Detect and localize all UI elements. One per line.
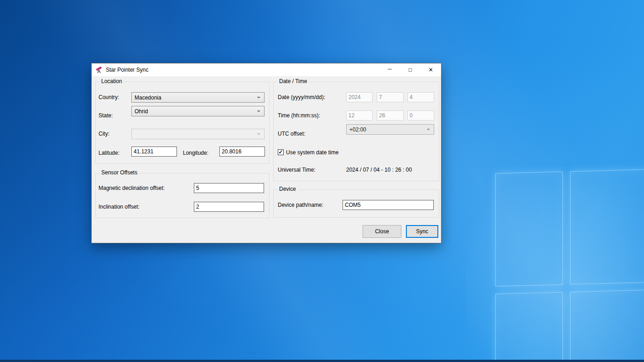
time-second-input[interactable] xyxy=(407,110,434,121)
longitude-label: Longitude: xyxy=(183,150,208,156)
time-minute-input[interactable] xyxy=(377,110,404,121)
close-dialog-button[interactable]: Close xyxy=(363,225,401,238)
date-day-input[interactable] xyxy=(407,92,434,102)
chevron-down-icon: ⌄ xyxy=(256,129,261,136)
state-label: State: xyxy=(99,112,113,119)
utc-offset-dropdown[interactable]: +02:00 ⌄ xyxy=(346,124,434,135)
country-dropdown-value: Macedonia xyxy=(135,94,254,101)
title-bar[interactable]: Star Pointer Sync ─ □ ✕ xyxy=(92,63,441,76)
device-path-input[interactable] xyxy=(343,200,434,210)
maximize-button[interactable]: □ xyxy=(400,63,421,76)
use-system-datetime-checkbox[interactable]: ✓ xyxy=(278,149,284,155)
magnetic-declination-label: Magnetic declination offset: xyxy=(99,185,165,191)
chevron-down-icon: ⌄ xyxy=(256,93,261,99)
country-dropdown[interactable]: Macedonia ⌄ xyxy=(131,92,265,103)
latitude-label: Latitude: xyxy=(99,150,119,156)
maximize-icon: □ xyxy=(409,67,412,73)
checkmark-icon: ✓ xyxy=(278,149,283,155)
device-group-legend: Device xyxy=(277,186,298,192)
windows-logo-pane xyxy=(495,172,563,287)
minimize-icon: ─ xyxy=(388,66,392,72)
close-button[interactable]: ✕ xyxy=(421,63,441,76)
utc-offset-label: UTC offset: xyxy=(278,131,305,137)
windows-logo xyxy=(495,166,644,362)
city-label: City: xyxy=(99,131,109,137)
windows-logo-pane xyxy=(495,292,563,362)
sensor-offsets-group-legend: Sensor Offsets xyxy=(99,169,139,176)
longitude-input[interactable] xyxy=(219,147,265,157)
city-dropdown[interactable]: ⌄ xyxy=(131,129,265,139)
close-icon: ✕ xyxy=(428,67,433,73)
chevron-down-icon: ⌄ xyxy=(426,125,431,131)
star-pointer-sync-window: Star Pointer Sync ─ □ ✕ Location Country… xyxy=(91,63,441,243)
sync-button[interactable]: Sync xyxy=(406,225,438,238)
state-dropdown-value: Ohrid xyxy=(135,108,254,115)
latitude-input[interactable] xyxy=(131,147,177,157)
date-label: Date (yyyy/mm/dd): xyxy=(278,94,325,100)
time-label: Time (hh:mm:ss): xyxy=(278,112,320,119)
date-month-input[interactable] xyxy=(377,92,404,102)
telescope-icon xyxy=(95,66,103,73)
device-path-label: Device path/name: xyxy=(278,202,323,208)
screen-bottom-edge xyxy=(0,360,644,362)
universal-time-value: 2024 / 07 / 04 - 10 : 26 : 00 xyxy=(346,167,412,173)
chevron-down-icon: ⌄ xyxy=(256,106,261,113)
inclination-offset-label: Inclination offset: xyxy=(99,204,140,210)
windows-logo-pane xyxy=(570,168,644,284)
inclination-offset-input[interactable] xyxy=(194,202,264,212)
window-title: Star Pointer Sync xyxy=(106,67,148,73)
universal-time-label: Universal Time: xyxy=(278,167,316,173)
date-year-input[interactable] xyxy=(346,92,373,102)
state-dropdown[interactable]: Ohrid ⌄ xyxy=(131,106,265,116)
windows-logo-pane xyxy=(570,288,644,362)
location-group-legend: Location xyxy=(99,78,124,84)
datetime-group-legend: Date / Time xyxy=(277,78,309,84)
utc-offset-value: +02:00 xyxy=(349,126,424,133)
minimize-button[interactable]: ─ xyxy=(379,63,400,76)
time-hour-input[interactable] xyxy=(346,110,373,121)
country-label: Country: xyxy=(99,94,119,100)
use-system-datetime-label: Use system date time xyxy=(286,149,338,156)
magnetic-declination-input[interactable] xyxy=(194,183,264,193)
